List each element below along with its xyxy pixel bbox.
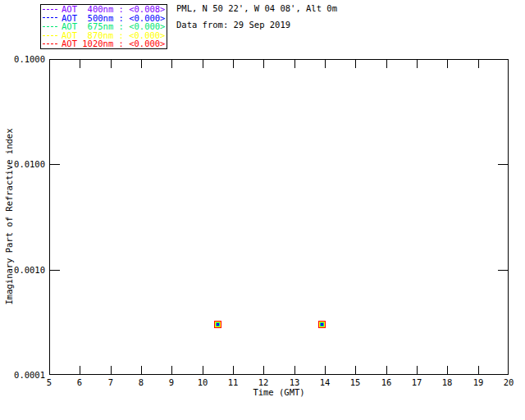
x-tick-top [294, 60, 295, 68]
x-tick-label: 17 [412, 377, 422, 387]
x-tick-label: 9 [169, 377, 174, 387]
y-tick-left [50, 164, 60, 165]
x-tick-label: 5 [47, 377, 52, 387]
x-tick-bottom [111, 366, 112, 374]
x-tick-bottom [478, 366, 479, 374]
y-tick-label: 0.0001 [2, 370, 45, 380]
x-tick-top [325, 60, 326, 68]
x-tick-top [478, 60, 479, 68]
x-tick-label: 15 [350, 377, 361, 387]
x-tick-top [417, 60, 418, 68]
x-tick-top [447, 60, 448, 68]
x-tick-label: 20 [504, 377, 514, 387]
legend-label: AOT 1020nm : <0.000> [62, 39, 165, 48]
y-tick-label: 0.0100 [2, 159, 45, 169]
x-tick-top [263, 60, 264, 68]
x-tick-label: 8 [139, 377, 144, 387]
x-tick-label: 13 [290, 377, 300, 387]
x-tick-label: 7 [108, 377, 113, 387]
x-tick-top [141, 60, 142, 68]
legend-entry: AOT 1020nm : <0.000> [43, 39, 167, 48]
x-tick-label: 14 [320, 377, 331, 387]
y-tick-label: 0.0010 [2, 265, 45, 275]
header-site-line: PML, N 50 22', W 04 08', Alt 0m [176, 3, 337, 13]
x-tick-label: 11 [228, 377, 239, 387]
x-tick-label: 19 [473, 377, 484, 387]
legend-dash-line [43, 17, 57, 18]
legend-dash-line [43, 9, 57, 10]
x-tick-top [80, 60, 80, 68]
x-tick-bottom [233, 366, 234, 374]
x-tick-label: 16 [381, 377, 392, 387]
x-tick-bottom [294, 366, 295, 374]
x-tick-bottom [263, 366, 264, 374]
plot-stage: AOT 400nm : <0.008>AOT 500nm : <0.000>AO… [0, 0, 525, 420]
x-tick-bottom [417, 366, 418, 374]
x-tick-label: 6 [77, 377, 82, 387]
x-tick-top [233, 60, 234, 68]
x-tick-bottom [171, 366, 172, 374]
x-tick-bottom [386, 366, 387, 374]
x-tick-top [355, 60, 356, 68]
y-tick-right [498, 270, 508, 271]
legend-dash-line [43, 35, 57, 36]
x-axis-title: Time (GMT) [253, 387, 304, 397]
legend-box: AOT 400nm : <0.008>AOT 500nm : <0.000>AO… [40, 4, 167, 49]
data-marker [217, 324, 218, 325]
y-tick-label: 0.1000 [2, 54, 45, 64]
legend-label: AOT 400nm : <0.008> [62, 5, 165, 14]
x-tick-top [111, 60, 112, 68]
x-tick-top [386, 60, 387, 68]
y-tick-left [50, 270, 60, 271]
legend-dash-line [43, 26, 57, 27]
x-tick-bottom [325, 366, 326, 374]
x-tick-label: 12 [258, 377, 269, 387]
x-tick-label: 10 [198, 377, 208, 387]
x-tick-bottom [203, 366, 203, 374]
x-tick-bottom [447, 366, 448, 374]
y-tick-right [498, 164, 508, 165]
x-tick-label: 18 [442, 377, 453, 387]
header-date-line: Data from: 29 Sep 2019 [176, 20, 290, 30]
legend-dash-line [43, 43, 57, 44]
x-tick-top [203, 60, 203, 68]
plot-area [49, 59, 509, 375]
data-marker [322, 324, 322, 325]
x-tick-bottom [141, 366, 142, 374]
x-tick-bottom [355, 366, 356, 374]
y-axis-title: Imaginary Part of Refractive index [4, 129, 14, 305]
x-tick-bottom [80, 366, 80, 374]
x-tick-top [171, 60, 172, 68]
legend-entry: AOT 400nm : <0.008> [43, 5, 167, 14]
